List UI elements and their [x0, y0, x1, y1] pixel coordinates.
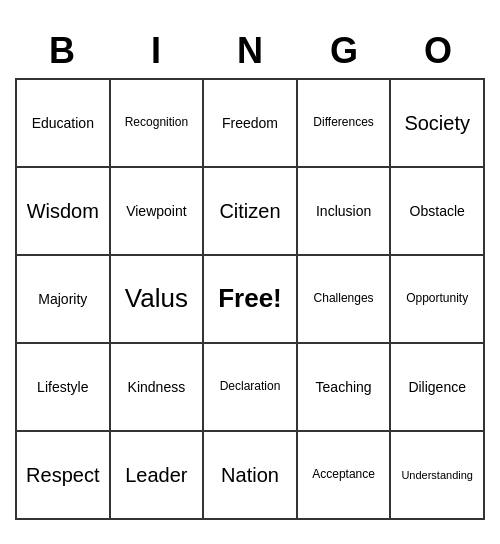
- bingo-header: BINGO: [15, 24, 485, 78]
- bingo-cell-r1-c4: Obstacle: [391, 168, 485, 256]
- bingo-cell-r2-c1: Valus: [111, 256, 205, 344]
- bingo-cell-r0-c3: Differences: [298, 80, 392, 168]
- header-letter: I: [109, 24, 203, 78]
- bingo-cell-r1-c1: Viewpoint: [111, 168, 205, 256]
- bingo-cell-r2-c4: Opportunity: [391, 256, 485, 344]
- bingo-card: BINGO EducationRecognitionFreedomDiffere…: [15, 24, 485, 520]
- bingo-cell-r0-c0: Education: [17, 80, 111, 168]
- bingo-cell-r4-c2: Nation: [204, 432, 298, 520]
- bingo-cell-r0-c4: Society: [391, 80, 485, 168]
- bingo-cell-r3-c1: Kindness: [111, 344, 205, 432]
- bingo-cell-r4-c0: Respect: [17, 432, 111, 520]
- bingo-cell-r1-c0: Wisdom: [17, 168, 111, 256]
- header-letter: G: [297, 24, 391, 78]
- bingo-cell-r3-c0: Lifestyle: [17, 344, 111, 432]
- bingo-grid: EducationRecognitionFreedomDifferencesSo…: [15, 78, 485, 520]
- bingo-cell-r0-c2: Freedom: [204, 80, 298, 168]
- bingo-cell-r2-c3: Challenges: [298, 256, 392, 344]
- bingo-cell-r4-c4: Understanding: [391, 432, 485, 520]
- bingo-cell-r2-c2: Free!: [204, 256, 298, 344]
- bingo-cell-r1-c3: Inclusion: [298, 168, 392, 256]
- bingo-cell-r3-c2: Declaration: [204, 344, 298, 432]
- bingo-cell-r3-c3: Teaching: [298, 344, 392, 432]
- bingo-cell-r1-c2: Citizen: [204, 168, 298, 256]
- header-letter: B: [15, 24, 109, 78]
- bingo-cell-r2-c0: Majority: [17, 256, 111, 344]
- bingo-cell-r0-c1: Recognition: [111, 80, 205, 168]
- header-letter: O: [391, 24, 485, 78]
- bingo-cell-r3-c4: Diligence: [391, 344, 485, 432]
- bingo-cell-r4-c1: Leader: [111, 432, 205, 520]
- bingo-cell-r4-c3: Acceptance: [298, 432, 392, 520]
- header-letter: N: [203, 24, 297, 78]
